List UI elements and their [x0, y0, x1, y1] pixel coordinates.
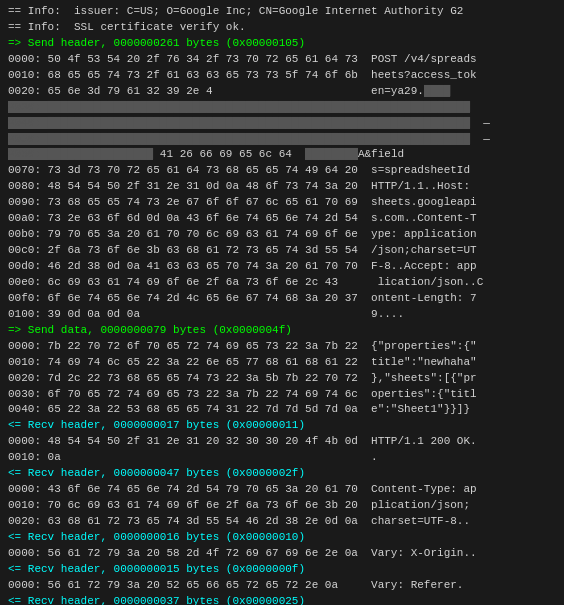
terminal-output: == Info: issuer: C=US; O=Google Inc; CN=… [4, 2, 560, 605]
terminal-window: == Info: issuer: C=US; O=Google Inc; CN=… [0, 0, 564, 605]
